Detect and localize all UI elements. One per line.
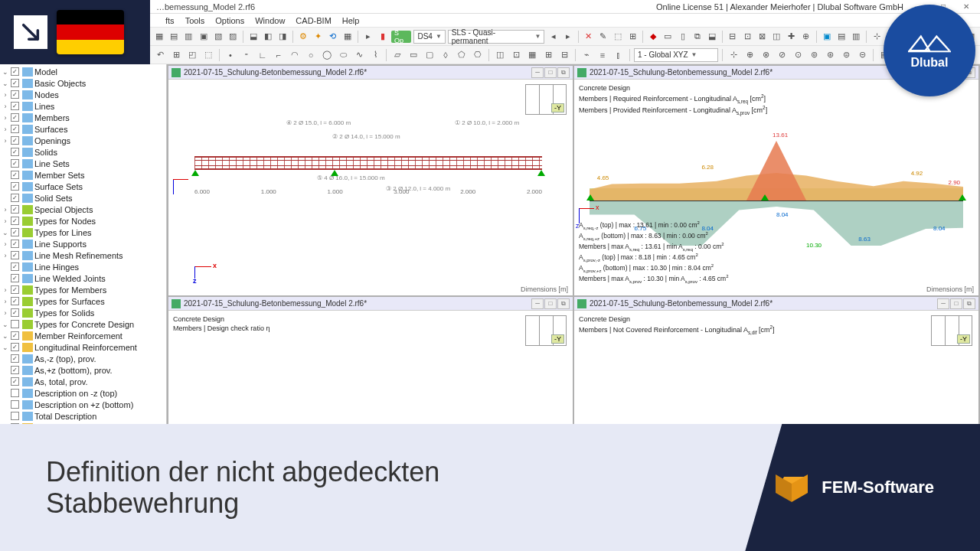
tb-icon[interactable]: ⧉ xyxy=(691,30,704,44)
close-button[interactable]: ✕ xyxy=(956,2,977,12)
tree-row[interactable]: ›Special Objects xyxy=(0,204,166,215)
tb-icon[interactable]: ⬓ xyxy=(706,30,718,44)
tree-row[interactable]: ›Types for Members xyxy=(0,284,166,295)
tb-icon[interactable]: ▦ xyxy=(525,48,539,62)
tb-icon[interactable]: ∟ xyxy=(256,48,270,62)
tb-icon[interactable]: ⟲ xyxy=(327,30,339,44)
tree-row[interactable]: Line Hinges xyxy=(0,261,166,272)
menu-item[interactable]: Window xyxy=(255,16,285,25)
tree-row[interactable]: ⌄Longitudinal Reinforcement xyxy=(0,341,166,353)
view-close-button[interactable]: ⧉ xyxy=(963,298,975,309)
tree-row[interactable]: ›Types for Nodes xyxy=(0,215,166,227)
tree-row[interactable]: ⌄Basic Objects xyxy=(0,77,166,89)
combo-coord[interactable]: 1 - Global XYZ▼ xyxy=(634,48,718,62)
tree-row[interactable]: ›Nodes xyxy=(0,89,166,100)
tb-icon[interactable]: ⊟ xyxy=(727,30,739,44)
tb-icon[interactable]: ⬠ xyxy=(455,48,469,62)
view-close-button[interactable]: ⧉ xyxy=(557,67,570,78)
tb-icon[interactable]: ▮ xyxy=(377,30,389,44)
tb-icon[interactable]: ◊ xyxy=(439,48,452,62)
tb-icon[interactable]: ▤ xyxy=(835,30,848,44)
tb-icon[interactable]: ○ xyxy=(304,48,318,62)
menu-item[interactable]: fts xyxy=(165,16,175,25)
tb-icon[interactable]: ▣ xyxy=(821,30,833,44)
tree-row[interactable]: Total Description xyxy=(0,410,166,422)
tb-icon[interactable]: ◂ xyxy=(547,30,559,44)
tb-icon[interactable]: ◫ xyxy=(493,48,507,62)
orientation-cube[interactable]: -Y xyxy=(525,84,567,115)
tb-icon[interactable]: ⎔ xyxy=(471,48,485,62)
tb-icon[interactable]: ⬓ xyxy=(247,30,260,44)
tb-icon[interactable]: ▦ xyxy=(153,30,165,44)
tb-icon[interactable]: ▣ xyxy=(197,30,209,44)
tree-row[interactable]: ›Surfaces xyxy=(0,123,166,135)
view-max-button[interactable]: □ xyxy=(544,298,557,309)
tb-icon[interactable]: ▥ xyxy=(850,30,862,44)
tb-icon[interactable]: ▨ xyxy=(227,30,239,44)
tree-row[interactable]: ⌄Model xyxy=(0,66,166,77)
tb-icon[interactable]: ▸ xyxy=(362,30,374,44)
tree-row[interactable]: Description on -z (top) xyxy=(0,387,166,399)
view-close-button[interactable]: ⧉ xyxy=(557,298,570,309)
tb-icon[interactable]: ▢ xyxy=(423,48,436,62)
tb-icon[interactable]: ⊹ xyxy=(727,48,740,62)
tb-icon[interactable]: ✕ xyxy=(583,30,595,44)
tree-row[interactable]: As, total, prov. xyxy=(0,376,166,387)
tb-icon[interactable]: ◰ xyxy=(185,48,199,62)
tree-row[interactable]: Solid Sets xyxy=(0,192,166,204)
tree-row[interactable]: Description on +z (bottom) xyxy=(0,399,166,410)
tb-icon[interactable]: ⊞ xyxy=(626,30,639,44)
menu-item[interactable]: CAD-BIM xyxy=(296,16,331,25)
view-min-button[interactable]: ─ xyxy=(937,298,949,309)
tree-row[interactable]: Solids xyxy=(0,146,166,158)
tb-icon[interactable]: ≡ xyxy=(596,48,609,62)
results-badge[interactable]: S Op xyxy=(391,31,411,43)
tb-icon[interactable]: ⊘ xyxy=(775,48,789,62)
tb-icon[interactable]: ▸ xyxy=(562,30,574,44)
tb-icon[interactable]: ✚ xyxy=(785,30,797,44)
tb-icon[interactable]: ⌇ xyxy=(368,48,382,62)
tree-row[interactable]: Line Sets xyxy=(0,158,166,169)
tree-row[interactable]: ⌄Types for Lines xyxy=(0,227,166,238)
tb-icon[interactable]: ◆ xyxy=(647,30,659,44)
tb-icon[interactable]: ⊞ xyxy=(169,48,183,62)
tb-icon[interactable]: ◫ xyxy=(770,30,782,44)
tb-icon[interactable]: ⌁ xyxy=(580,48,593,62)
tb-icon[interactable]: ⊜ xyxy=(839,48,853,62)
tb-icon[interactable]: ▭ xyxy=(407,48,420,62)
tree-row[interactable]: ›Types for Solids xyxy=(0,307,166,318)
tb-icon[interactable]: ◯ xyxy=(320,48,334,62)
tb-icon[interactable]: ▦ xyxy=(341,30,354,44)
tree-row[interactable]: As,+z (bottom), prov. xyxy=(0,364,166,376)
tb-icon[interactable]: ✦ xyxy=(312,30,324,44)
tb-icon[interactable]: ◨ xyxy=(276,30,289,44)
tb-icon[interactable]: ⊕ xyxy=(800,30,812,44)
tree-row[interactable]: ›Lines xyxy=(0,100,166,112)
tree-row[interactable]: Line Welded Joints xyxy=(0,272,166,284)
tb-icon[interactable]: ◧ xyxy=(262,30,274,44)
tb-icon[interactable]: ✎ xyxy=(597,30,609,44)
tb-icon[interactable]: ⊛ xyxy=(823,48,837,62)
tree-row[interactable]: Member Sets xyxy=(0,169,166,181)
tb-icon[interactable]: ⌐ xyxy=(272,48,286,62)
tree-row[interactable]: ›Line Supports xyxy=(0,238,166,249)
tb-icon[interactable]: ⊡ xyxy=(741,30,753,44)
tree-row[interactable]: ⌄Member Reinforcement xyxy=(0,330,166,341)
tree-row[interactable]: ›Types for Surfaces xyxy=(0,295,166,307)
view-min-button[interactable]: ─ xyxy=(531,67,544,78)
view-max-button[interactable]: □ xyxy=(544,67,557,78)
tb-icon[interactable]: ∿ xyxy=(352,48,366,62)
tb-icon[interactable]: ⊝ xyxy=(855,48,869,62)
tree-row[interactable]: ›Members xyxy=(0,112,166,123)
tb-icon[interactable]: ◠ xyxy=(288,48,302,62)
tb-icon[interactable]: ⫿ xyxy=(612,48,626,62)
menu-item[interactable]: Help xyxy=(342,16,360,25)
tb-icon[interactable]: ⊞ xyxy=(541,48,555,62)
orientation-cube[interactable]: -Y xyxy=(525,315,567,346)
tb-icon[interactable]: ▭ xyxy=(662,30,674,44)
tb-icon[interactable]: • xyxy=(224,48,237,62)
tb-icon[interactable]: ↶ xyxy=(153,48,167,62)
tree-row[interactable]: ›Openings xyxy=(0,135,166,146)
tb-icon[interactable]: ⊗ xyxy=(759,48,773,62)
tb-icon[interactable]: ▥ xyxy=(182,30,194,44)
